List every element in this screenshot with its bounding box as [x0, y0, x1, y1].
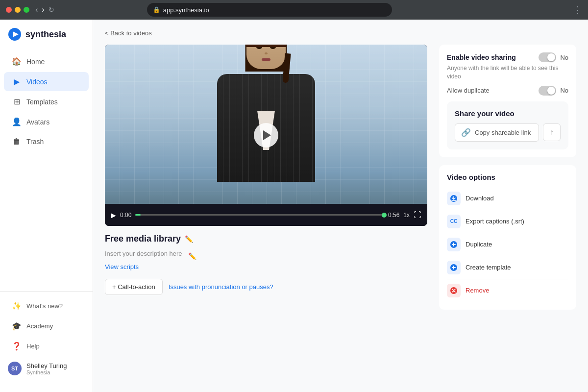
sidebar-item-home-label: Home [26, 58, 45, 66]
back-link[interactable]: < Back to videos [105, 29, 152, 37]
fullscreen-button[interactable]: ⛶ [414, 211, 421, 220]
time-current: 0:00 [120, 212, 131, 219]
sidebar: synthesia 🏠 Home ▶ Videos ⊞ Templates 👤 … [0, 20, 93, 392]
address-bar[interactable]: 🔒 app.synthesia.io [147, 3, 392, 17]
sidebar-item-whats-new[interactable]: ✨ What's new? [4, 296, 89, 316]
sharing-section: Enable video sharing No Anyone with the … [439, 45, 576, 157]
speed-button[interactable]: 1x [403, 212, 410, 219]
bottom-actions: + Call-to-action Issues with pronunciati… [105, 279, 427, 295]
sidebar-item-avatars[interactable]: 👤 Avatars [4, 112, 89, 131]
pronunciation-issues-link[interactable]: Issues with pronunciation or pauses? [169, 283, 273, 291]
nose [265, 52, 268, 54]
sidebar-bottom: ✨ What's new? 🎓 Academy ❓ Help ST Shelle… [0, 291, 93, 384]
video-section: ▶ 0:00 0:56 1x ⛶ [105, 45, 427, 310]
templates-icon: ⊞ [12, 97, 22, 106]
browser-menu-icon[interactable]: ⋮ [573, 4, 582, 15]
maximize-window-btn[interactable] [24, 7, 29, 13]
play-pause-button[interactable]: ▶ [111, 211, 116, 219]
remove-option[interactable]: Remove [447, 279, 568, 302]
create-template-label: Create template [466, 264, 511, 271]
user-info: Shelley Turing Synthesia [26, 362, 67, 375]
video-title-row: Free media library ✏️ [105, 234, 427, 244]
link-icon: 🔗 [461, 128, 471, 137]
copy-shareable-link-button[interactable]: 🔗 Copy shareable link [455, 123, 539, 142]
app-container: synthesia 🏠 Home ▶ Videos ⊞ Templates 👤 … [0, 20, 588, 392]
sidebar-item-help[interactable]: ❓ Help [4, 337, 89, 356]
refresh-btn[interactable]: ↻ [49, 5, 54, 14]
progress-bar[interactable] [135, 214, 384, 216]
videos-icon: ▶ [12, 77, 22, 86]
sidebar-item-trash[interactable]: 🗑 Trash [4, 132, 89, 151]
duplicate-option[interactable]: Duplicate [447, 233, 568, 256]
help-icon: ❓ [12, 342, 22, 351]
call-to-action-button[interactable]: + Call-to-action [105, 279, 163, 295]
main-content: < Back to videos [93, 20, 588, 392]
edit-title-button[interactable]: ✏️ [185, 235, 193, 243]
video-info: Free media library ✏️ Insert your descri… [105, 226, 427, 275]
video-options-title: Video options [447, 173, 568, 181]
download-label: Download [466, 195, 494, 202]
play-triangle-icon [263, 130, 271, 140]
minimize-window-btn[interactable] [15, 7, 21, 13]
sidebar-item-whats-new-label: What's new? [26, 302, 63, 310]
forward-arrow[interactable]: › [42, 5, 44, 14]
enable-sharing-value: No [560, 54, 568, 61]
presenter-figure [207, 45, 325, 182]
right-panel: Enable video sharing No Anyone with the … [439, 45, 576, 310]
user-org: Synthesia [26, 369, 67, 375]
create-template-option[interactable]: Create template [447, 256, 568, 279]
allow-duplicate-toggle[interactable] [539, 86, 556, 96]
home-icon: 🏠 [12, 57, 22, 66]
remove-label: Remove [466, 287, 489, 294]
avatars-icon: 👤 [12, 117, 22, 126]
enable-sharing-toggle[interactable] [539, 52, 556, 62]
sharing-description: Anyone with the link will be able to see… [447, 64, 568, 81]
content-layout: ▶ 0:00 0:56 1x ⛶ [105, 45, 576, 310]
view-scripts-link[interactable]: View scripts [105, 263, 139, 270]
download-option[interactable]: Download [447, 187, 568, 210]
download-icon [447, 192, 461, 205]
allow-duplicate-value: No [560, 87, 568, 94]
browser-navigation: ‹ › ↻ [35, 5, 54, 14]
play-button[interactable] [254, 123, 278, 147]
sidebar-item-academy[interactable]: 🎓 Academy [4, 317, 89, 336]
back-arrow[interactable]: ‹ [35, 5, 38, 14]
sidebar-item-avatars-label: Avatars [26, 118, 49, 126]
back-link-text: < Back to videos [105, 29, 152, 37]
lock-icon: 🔒 [153, 6, 160, 13]
enable-sharing-toggle-row: No [539, 52, 568, 62]
sidebar-item-help-label: Help [26, 343, 40, 350]
sidebar-item-academy-label: Academy [26, 322, 53, 330]
sidebar-item-templates[interactable]: ⊞ Templates [4, 92, 89, 111]
upload-share-button[interactable]: ↑ [543, 123, 561, 141]
duplicate-label: Duplicate [466, 241, 492, 248]
allow-duplicate-row: Allow duplicate No [447, 86, 568, 96]
upload-icon: ↑ [550, 128, 554, 137]
export-captions-option[interactable]: CC Export captions (.srt) [447, 210, 568, 233]
logo: synthesia [0, 27, 93, 51]
user-name: Shelley Turing [26, 362, 67, 369]
sidebar-item-videos[interactable]: ▶ Videos [4, 72, 89, 91]
enable-sharing-row: Enable video sharing No [447, 52, 568, 62]
allow-dup-toggle-row: No [539, 86, 568, 96]
allow-duplicate-label: Allow duplicate [447, 87, 490, 94]
close-window-btn[interactable] [6, 7, 12, 13]
create-template-icon [447, 261, 461, 274]
time-total: 0:56 [388, 212, 399, 219]
sidebar-item-trash-label: Trash [26, 138, 44, 146]
enable-sharing-title: Enable video sharing [447, 53, 516, 61]
sidebar-item-home[interactable]: 🏠 Home [4, 52, 89, 71]
whats-new-icon: ✨ [12, 301, 22, 311]
browser-chrome: ‹ › ↻ 🔒 app.synthesia.io ⋮ [0, 0, 588, 20]
user-profile[interactable]: ST Shelley Turing Synthesia [0, 357, 93, 380]
share-link-row: 🔗 Copy shareable link ↑ [455, 123, 561, 142]
progress-fill [135, 214, 140, 216]
synthesia-logo-icon [8, 27, 22, 41]
hair-top [246, 45, 286, 47]
lips [262, 58, 270, 61]
allow-dup-toggle-knob [547, 87, 555, 95]
edit-description-button[interactable]: ✏️ [188, 252, 196, 260]
action-row: Insert your description here ✏️ [105, 250, 427, 262]
person-head [246, 45, 286, 69]
sidebar-item-videos-label: Videos [26, 78, 48, 86]
